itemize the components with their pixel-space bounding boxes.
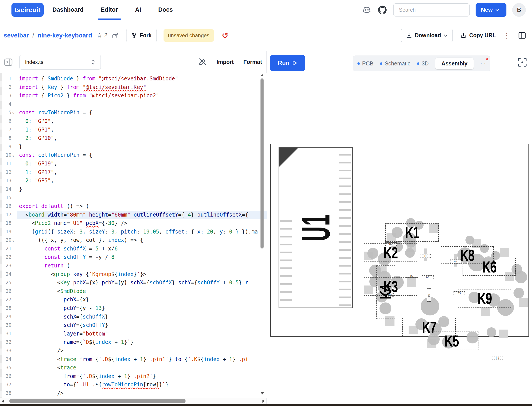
pad-circle xyxy=(515,271,527,283)
code-line[interactable]: 29 schX={schOffX} xyxy=(2,312,267,321)
edit-off-icon[interactable] xyxy=(198,58,207,66)
search-input[interactable] xyxy=(399,7,464,13)
horizontal-scroll-thumb[interactable] xyxy=(9,399,186,403)
code-text: /> xyxy=(17,347,267,355)
scroll-right-arrow[interactable] xyxy=(262,400,265,403)
code-line[interactable]: 26 <SmdDiode xyxy=(2,287,267,296)
line-gutter: 17 xyxy=(2,210,17,219)
nav-item-docs[interactable]: Docs xyxy=(158,0,173,20)
code-line[interactable]: 5vconst rowToMicroPin = { xyxy=(2,108,267,117)
code-line[interactable]: 24 <group key={`Kgroup${index}`}> xyxy=(2,270,267,279)
star-count[interactable]: ☆ 2 xyxy=(96,31,108,39)
line-number: 10 xyxy=(6,151,12,160)
copy-url-button[interactable]: Copy URL xyxy=(460,32,496,39)
import-button[interactable]: Import xyxy=(216,59,233,65)
code-line[interactable]: 25 <Key pcbX={x} pcbY={y} schX={schOffX}… xyxy=(2,278,267,287)
nav-item-ai[interactable]: AI xyxy=(135,0,141,20)
tab-[interactable]: ··· xyxy=(480,60,486,67)
code-line[interactable]: 2import { Key } from "@tsci/seveibar.Key… xyxy=(2,83,267,92)
panel-layout-icon[interactable] xyxy=(518,31,526,40)
fold-icon[interactable]: v xyxy=(12,237,15,245)
preview-panel: Run PCBSchematic3DAssembly··· D4D1D2D7D8… xyxy=(267,51,532,404)
line-number: 24 xyxy=(6,270,12,279)
download-button[interactable]: Download xyxy=(401,29,453,42)
code-line[interactable]: 4 xyxy=(2,100,267,109)
nav-item-editor[interactable]: Editor xyxy=(101,0,118,20)
code-line[interactable]: 38 /> xyxy=(2,389,267,398)
code-line[interactable]: 37 to={`.U1 .${rowToMicroPin[row]}`} xyxy=(2,380,267,389)
new-button[interactable]: New xyxy=(476,3,506,17)
undo-icon[interactable]: ↺ xyxy=(222,31,228,39)
tscircuit-logo[interactable]: tscircuit xyxy=(11,3,44,17)
code-line[interactable]: 36 from={`.D${index + 1} .pin2`} xyxy=(2,372,267,381)
code-line[interactable]: 3import { Pico2 } from "@tsci/seveibar.p… xyxy=(2,91,267,100)
code-line[interactable]: 7 1: "GP1", xyxy=(2,126,267,134)
code-line[interactable]: 13 2: "GP5", xyxy=(2,176,267,185)
code-line[interactable]: 30 schY={schOffY} xyxy=(2,321,267,330)
scroll-up-arrow[interactable] xyxy=(261,74,264,76)
tab-assembly[interactable]: Assembly xyxy=(435,58,474,69)
user-avatar[interactable]: B xyxy=(512,3,526,17)
code-line[interactable]: 11 0: "GP19", xyxy=(2,160,267,168)
fullscreen-icon[interactable] xyxy=(517,57,527,67)
line-number: 25 xyxy=(6,278,12,287)
chip-U1[interactable]: U1 xyxy=(278,147,353,308)
key-footprint-k9[interactable]: K9 xyxy=(458,289,511,308)
assembly-canvas[interactable]: D4D1D2D7D8D3D5D6D9K1K2K8K6K3K4K9K7K5 U1 xyxy=(267,73,532,404)
run-button[interactable]: Run xyxy=(270,55,305,71)
view-tabs: PCBSchematic3DAssembly··· xyxy=(353,56,490,71)
code-text: <trace from={`.D${index + 1} .pin1`} to=… xyxy=(17,355,267,364)
code-line[interactable]: 8 2: "GP10", xyxy=(2,134,267,143)
key-label: K9 xyxy=(477,289,491,308)
code-line[interactable]: 31 layer="bottom" xyxy=(2,330,267,338)
more-options-icon[interactable]: ⋮ xyxy=(503,31,510,40)
code-line[interactable]: 10vconst colToMicroPin = { xyxy=(2,151,267,160)
tab-schematic[interactable]: Schematic xyxy=(380,60,410,67)
line-number: 31 xyxy=(6,330,12,338)
line-number: 22 xyxy=(6,253,12,261)
format-button[interactable]: Format xyxy=(243,59,262,65)
scroll-down-arrow[interactable] xyxy=(261,392,264,395)
code-line[interactable]: 12 1: "GP17", xyxy=(2,168,267,177)
repo-name-link[interactable]: nine-key-keyboard xyxy=(37,32,92,39)
fold-icon[interactable]: v xyxy=(12,152,15,160)
line-number: 36 xyxy=(6,372,12,381)
fork-button[interactable]: Fork xyxy=(126,29,157,42)
diode-footprint-d8[interactable]: D8 xyxy=(422,275,434,279)
sidebar-toggle-icon[interactable] xyxy=(4,57,13,67)
tab-3d[interactable]: 3D xyxy=(417,60,429,67)
discord-icon[interactable] xyxy=(362,6,372,14)
nav-item-dashboard[interactable]: Dashboard xyxy=(52,0,84,20)
scroll-left-arrow[interactable] xyxy=(2,400,4,403)
code-line[interactable]: 33 /> xyxy=(2,347,267,355)
key-footprint-k6[interactable]: K6 xyxy=(463,258,516,276)
key-footprint-k4[interactable]: K4 xyxy=(376,265,395,319)
file-select[interactable]: index.ts xyxy=(19,55,101,70)
code-line[interactable]: 1import { SmdDiode } from "@tsci/seveiba… xyxy=(2,74,267,83)
repo-owner-link[interactable]: seveibar xyxy=(4,32,29,39)
line-gutter: 3 xyxy=(2,91,17,100)
github-icon[interactable] xyxy=(377,5,387,15)
file-select-value: index.ts xyxy=(25,59,44,65)
code-line[interactable]: 34 <trace from={`.D${index + 1} .pin1`} … xyxy=(2,355,267,364)
line-gutter: 28 xyxy=(2,304,17,312)
code-text: <group key={`Kgroup${index}`}> xyxy=(17,270,267,279)
diode-footprint-d5[interactable]: D5 xyxy=(427,288,431,302)
code-line[interactable]: 32 name={`D${index + 1}`} xyxy=(2,338,267,347)
line-gutter: 29 xyxy=(2,312,17,321)
code-line[interactable]: 27 pcbX={x} xyxy=(2,295,267,304)
code-line[interactable]: 6 0: "GP0", xyxy=(2,117,267,126)
tab-pcb[interactable]: PCB xyxy=(357,60,373,67)
diode-footprint-d9[interactable]: D9 xyxy=(492,356,503,360)
horizontal-scrollbar[interactable] xyxy=(0,398,266,404)
fold-icon[interactable]: v xyxy=(12,109,15,118)
code-line[interactable]: 35 <trace xyxy=(2,363,267,372)
tab-dot xyxy=(357,62,360,65)
code-line[interactable]: 28 pcbY={y - 13} xyxy=(2,304,267,312)
code-text: pcbY={y - 13} xyxy=(17,304,267,312)
key-footprint-k5[interactable]: K5 xyxy=(425,332,478,350)
code-line[interactable]: 9} xyxy=(2,143,267,151)
code-text: name={`D${index + 1}`} xyxy=(17,338,267,347)
open-external-icon[interactable] xyxy=(111,32,119,39)
line-number: 11 xyxy=(6,160,12,168)
